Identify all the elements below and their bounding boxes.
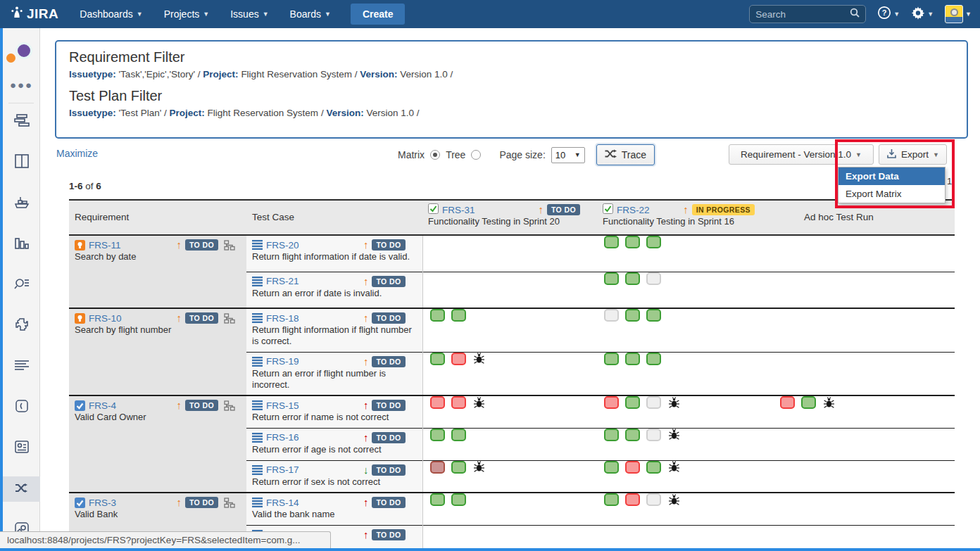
test-run-square-green[interactable] [625, 396, 640, 409]
test-run-square-green[interactable] [625, 429, 640, 441]
test-run-square-gray[interactable] [646, 429, 661, 441]
sidebar-more-icon[interactable]: ●●● [3, 72, 40, 97]
project-avatar[interactable] [3, 28, 40, 72]
test-run-square-green[interactable] [604, 353, 619, 365]
bug-icon[interactable] [668, 461, 680, 473]
sidebar-item-pages[interactable] [3, 395, 40, 420]
requirement-key-link[interactable]: FRS-10 [89, 313, 122, 324]
sidebar-item-contacts[interactable] [3, 436, 40, 461]
nav-issues[interactable]: Issues▼ [230, 8, 268, 20]
requirement-cell: FRS-11↑TO DOSearch by date [69, 235, 246, 308]
columns-icon [15, 154, 29, 171]
menu-item-export-data[interactable]: Export Data [838, 167, 945, 185]
test-run-square-red[interactable] [604, 396, 619, 409]
test-run-square-green[interactable] [451, 309, 466, 322]
nav-projects[interactable]: Projects▼ [164, 8, 210, 20]
test-run-square-red[interactable] [451, 396, 466, 409]
test-run-square-green[interactable] [801, 396, 816, 409]
sidebar-item-columns[interactable] [3, 150, 40, 175]
test-case-key-link[interactable]: FRS-17 [266, 464, 299, 475]
nav-boards[interactable]: Boards▼ [290, 8, 331, 20]
menu-item-export-matrix[interactable]: Export Matrix [838, 185, 945, 203]
requirement-key-link[interactable]: FRS-11 [89, 240, 121, 251]
bug-icon[interactable] [473, 397, 485, 409]
user-menu[interactable]: ▼ [945, 5, 972, 23]
test-run-square-green[interactable] [604, 493, 619, 506]
test-run-square-gray[interactable] [646, 272, 661, 285]
search-box[interactable] [749, 5, 866, 23]
test-run-square-green[interactable] [604, 272, 619, 285]
test-run-square-green[interactable] [646, 309, 661, 322]
export-button[interactable]: Export▼ [879, 144, 947, 165]
test-case-key-link[interactable]: FRS-16 [266, 432, 299, 443]
bug-icon[interactable] [668, 494, 680, 506]
requirement-key-link[interactable]: FRS-3 [89, 498, 116, 508]
sidebar-item-reports[interactable] [3, 232, 40, 257]
test-run-square-green[interactable] [430, 309, 445, 322]
admin-menu[interactable]: ▼ [911, 6, 934, 23]
sidebar-item-issues-search[interactable] [3, 272, 40, 298]
test-run-square-green[interactable] [604, 461, 619, 474]
test-plan-key-link[interactable]: FRS-31 [442, 205, 475, 215]
matrix-radio[interactable] [430, 150, 440, 160]
trace-button[interactable]: Trace [596, 144, 655, 165]
sidebar-item-summary[interactable] [3, 354, 40, 379]
test-run-square-green[interactable] [451, 429, 466, 441]
test-run-square-green[interactable] [646, 353, 661, 365]
test-run-square-green[interactable] [430, 429, 445, 441]
test-run-square-gray[interactable] [646, 396, 661, 409]
test-run-square-green[interactable] [604, 429, 619, 441]
help-menu[interactable]: ? ▼ [877, 6, 900, 23]
test-case-key-link[interactable]: FRS-19 [266, 356, 299, 367]
sidebar-item-boards[interactable] [3, 109, 40, 134]
tree-radio[interactable] [471, 150, 481, 160]
bug-icon[interactable] [823, 397, 835, 409]
test-run-square-green[interactable] [451, 461, 466, 474]
maximize-link[interactable]: Maximize [56, 148, 98, 159]
test-case-key-link[interactable]: FRS-21 [266, 276, 299, 286]
test-run-square-green[interactable] [430, 353, 445, 365]
test-run-cell [422, 460, 597, 493]
test-run-square-green[interactable] [646, 236, 661, 248]
sidebar-item-releases[interactable] [3, 191, 40, 216]
test-case-key-link[interactable]: FRS-18 [266, 313, 299, 324]
test-run-square-green[interactable] [430, 493, 445, 506]
nav-dashboards[interactable]: Dashboards▼ [80, 8, 142, 20]
status-badge: TO DO [372, 276, 405, 287]
search-input[interactable] [755, 9, 850, 20]
jira-logo[interactable]: JIRA [10, 6, 58, 23]
test-case-key-link[interactable]: FRS-20 [266, 240, 299, 251]
test-run-square-green[interactable] [451, 493, 466, 506]
bug-icon[interactable] [473, 353, 485, 365]
bug-icon[interactable] [473, 461, 485, 473]
test-run-square-darkred[interactable] [430, 461, 445, 474]
test-run-square-green[interactable] [625, 353, 640, 365]
bug-icon[interactable] [668, 429, 680, 441]
test-run-square-green[interactable] [625, 272, 640, 285]
tree-hierarchy-icon[interactable] [224, 400, 235, 411]
test-case-key-link[interactable]: FRS-15 [266, 400, 299, 411]
bug-icon[interactable] [668, 397, 680, 409]
create-button[interactable]: Create [351, 4, 406, 25]
page-size-select[interactable]: 10▼ [551, 147, 585, 163]
test-run-square-green[interactable] [646, 461, 661, 474]
sidebar-item-traceability[interactable] [3, 476, 40, 502]
test-run-square-green[interactable] [604, 236, 619, 248]
test-run-square-green[interactable] [625, 309, 640, 322]
tree-hierarchy-icon[interactable] [224, 240, 235, 251]
test-run-square-gray[interactable] [604, 309, 619, 322]
test-plan-key-link[interactable]: FRS-22 [617, 205, 650, 215]
test-case-key-link[interactable]: FRS-14 [266, 498, 299, 508]
test-run-square-green[interactable] [625, 236, 640, 248]
tree-hierarchy-icon[interactable] [224, 498, 235, 508]
test-run-square-red[interactable] [625, 493, 640, 506]
sidebar-item-addons[interactable] [3, 313, 40, 338]
test-run-square-red[interactable] [625, 461, 640, 474]
test-run-square-gray[interactable] [646, 493, 661, 506]
version-select-button[interactable]: Requirement - Version 1.0▼ [729, 144, 874, 165]
requirement-key-link[interactable]: FRS-4 [89, 400, 116, 411]
test-run-square-red[interactable] [430, 396, 445, 409]
test-run-square-red[interactable] [451, 353, 466, 365]
tree-hierarchy-icon[interactable] [224, 313, 235, 324]
test-run-square-red[interactable] [780, 396, 795, 409]
